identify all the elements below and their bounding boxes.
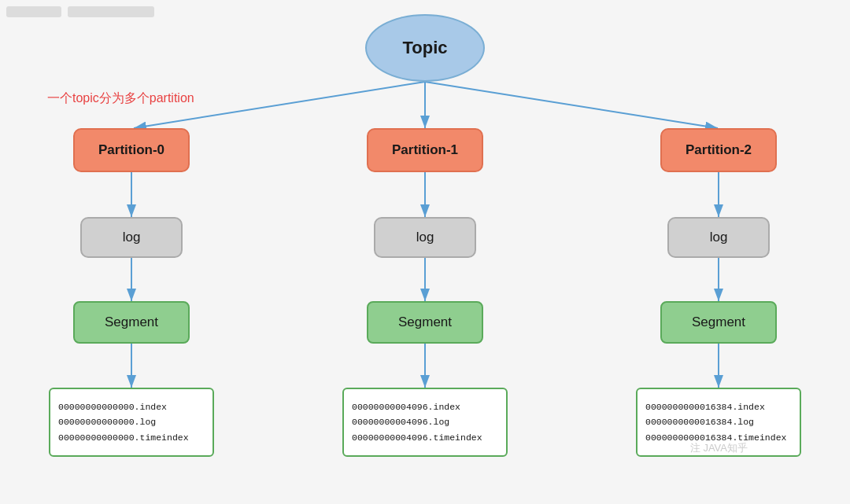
files-1-line1: 00000000004096.index [352, 399, 460, 415]
annotation-text: 一个topic分为多个partition [47, 90, 194, 107]
watermark-top [6, 6, 154, 17]
segment-1-label: Segment [398, 315, 452, 330]
node-partition-2: Partition-2 [660, 128, 777, 172]
node-topic: Topic [365, 14, 485, 82]
node-segment-2: Segment [660, 301, 777, 344]
log-2-label: log [710, 230, 728, 245]
diagram-container: 一个topic分为多个partition T [0, 0, 850, 504]
topic-label: Topic [402, 38, 447, 58]
svg-line-3 [425, 82, 718, 128]
files-0-line3: 00000000000000.timeindex [58, 430, 189, 446]
node-log-2: log [667, 217, 770, 258]
node-files-1: 00000000004096.index 00000000004096.log … [342, 388, 508, 457]
watermark-bar-2 [68, 6, 154, 17]
node-log-0: log [80, 217, 183, 258]
log-1-label: log [416, 230, 434, 245]
files-1-line3: 00000000004096.timeindex [352, 430, 482, 446]
files-2-line1: 0000000000016384.index [645, 399, 765, 415]
segment-2-label: Segment [692, 315, 745, 330]
node-partition-1: Partition-1 [367, 128, 483, 172]
node-files-0: 00000000000000.index 00000000000000.log … [49, 388, 214, 457]
partition-0-label: Partition-0 [98, 142, 164, 158]
node-log-1: log [374, 217, 476, 258]
partition-2-label: Partition-2 [686, 142, 752, 158]
files-2-line2: 0000000000016384.log [645, 414, 754, 430]
node-partition-0: Partition-0 [73, 128, 190, 172]
log-0-label: log [123, 230, 141, 245]
partition-1-label: Partition-1 [392, 142, 458, 158]
watermark-logo: 注 JAVA知乎 [690, 441, 748, 455]
watermark-bar-1 [6, 6, 61, 17]
files-0-line1: 00000000000000.index [58, 399, 167, 415]
files-0-line2: 00000000000000.log [58, 414, 156, 430]
files-1-line2: 00000000004096.log [352, 414, 449, 430]
segment-0-label: Segment [105, 315, 158, 330]
node-segment-0: Segment [73, 301, 190, 344]
node-segment-1: Segment [367, 301, 483, 344]
